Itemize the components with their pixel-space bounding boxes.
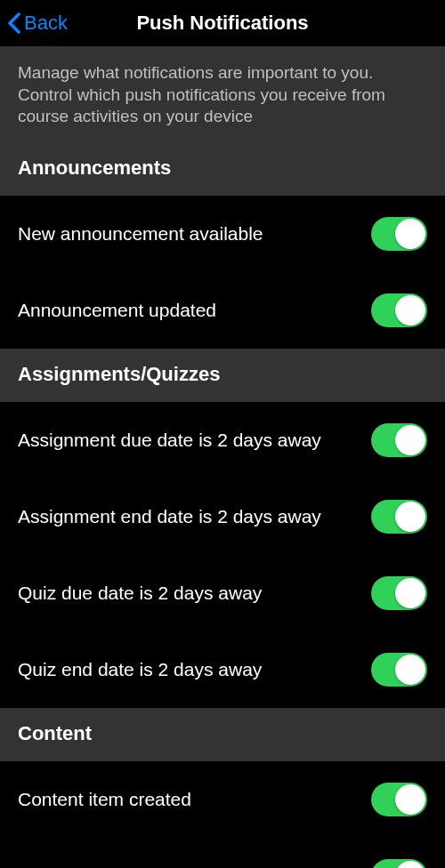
toggle-announcement-updated[interactable] xyxy=(371,293,427,327)
toggle-knob xyxy=(395,861,425,868)
nav-bar: Back Push Notifications xyxy=(0,0,445,46)
section-header-content: Content xyxy=(0,708,445,761)
setting-label: New announcement available xyxy=(18,223,371,245)
setting-label: Quiz end date is 2 days away xyxy=(18,659,371,680)
toggle-knob xyxy=(395,219,425,249)
toggle-content-updated[interactable] xyxy=(371,859,427,868)
toggle-knob xyxy=(395,784,425,815)
toggle-knob xyxy=(395,295,425,326)
section-header-label: Content xyxy=(18,722,427,745)
toggle-quiz-due[interactable] xyxy=(371,576,427,610)
toggle-knob xyxy=(395,655,425,685)
description-block: Manage what notifications are important … xyxy=(0,46,445,142)
setting-row: Assignment due date is 2 days away xyxy=(0,402,445,478)
setting-row: Assignment end date is 2 days away xyxy=(0,478,445,555)
setting-label: Content item created xyxy=(18,789,371,810)
setting-row: Quiz end date is 2 days away xyxy=(0,631,445,708)
setting-row: Quiz due date is 2 days away xyxy=(0,555,445,631)
setting-label: Announcement updated xyxy=(18,300,371,321)
page-title: Push Notifications xyxy=(136,12,308,35)
setting-label: Quiz due date is 2 days away xyxy=(18,583,371,604)
setting-row: Content item updated xyxy=(0,838,445,868)
setting-label: Assignment due date is 2 days away xyxy=(18,430,371,451)
setting-row: Content item created xyxy=(0,761,445,838)
toggle-knob xyxy=(395,502,425,532)
toggle-knob xyxy=(395,425,425,455)
chevron-left-icon xyxy=(7,12,20,34)
toggle-assignment-end[interactable] xyxy=(371,500,427,534)
toggle-knob xyxy=(395,578,425,608)
setting-label: Assignment end date is 2 days away xyxy=(18,506,371,527)
toggle-content-created[interactable] xyxy=(371,783,427,816)
section-header-label: Announcements xyxy=(18,157,427,180)
setting-row: New announcement available xyxy=(0,196,445,272)
back-label: Back xyxy=(24,12,68,35)
section-header-label: Assignments/Quizzes xyxy=(18,363,427,386)
description-text: Manage what notifications are important … xyxy=(18,62,427,128)
intro-section: Manage what notifications are important … xyxy=(0,46,445,196)
toggle-quiz-end[interactable] xyxy=(371,653,427,687)
back-button[interactable]: Back xyxy=(7,12,68,35)
toggle-new-announcement[interactable] xyxy=(371,217,427,251)
toggle-assignment-due[interactable] xyxy=(371,423,427,457)
setting-row: Announcement updated xyxy=(0,272,445,349)
section-header-assignments: Assignments/Quizzes xyxy=(0,349,445,402)
section-header-announcements: Announcements xyxy=(0,142,445,196)
